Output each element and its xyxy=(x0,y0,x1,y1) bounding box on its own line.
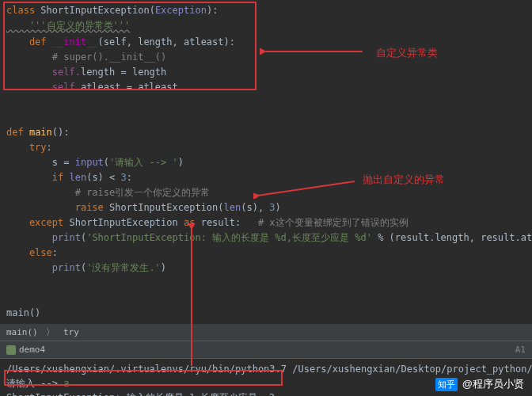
code-line: except ShortInputException as result: # … xyxy=(0,215,532,230)
code-line: print('ShortInputException: 输入的长度是 %d,长度… xyxy=(0,230,532,246)
chevron-right-icon: 〉 xyxy=(46,327,55,337)
code-line: print('没有异常发生.') xyxy=(0,261,532,276)
code-line: try: xyxy=(0,140,532,155)
code-line: main() xyxy=(0,306,532,321)
annotation-box-output xyxy=(4,370,283,386)
code-editor[interactable]: class ShortInputException(Exception): ''… xyxy=(0,0,532,324)
annotation-label: 抛出自定义的异常 xyxy=(363,173,445,187)
code-line: # raise引发一个你定义的异常 xyxy=(0,185,532,200)
breadcrumb[interactable]: main() 〉 try xyxy=(0,324,532,341)
console-line: ShortInputException: 输入的长度是 1,长度至少应是 3 xyxy=(6,390,526,396)
code-line: class ShortInputException(Exception): xyxy=(0,3,532,18)
annotation-label: 自定义异常类 xyxy=(376,46,438,60)
code-line: def __init__(self, length, atleast): xyxy=(0,35,532,50)
code-line: '''自定义的异常类''' xyxy=(0,18,532,33)
breadcrumb-item[interactable]: main() xyxy=(6,327,38,337)
watermark-text: @程序员小贤 xyxy=(462,378,524,390)
code-line: self.atleast = atleast xyxy=(0,80,532,95)
code-line xyxy=(0,276,532,291)
code-line: if len(s) < 3: xyxy=(0,170,532,185)
code-line: def main(): xyxy=(0,125,532,140)
column-marker: A1 xyxy=(515,345,526,355)
watermark: 知乎 @程序员小贤 xyxy=(435,377,524,391)
code-line: else: xyxy=(0,246,532,261)
run-tab[interactable]: demo4 A1 xyxy=(0,341,532,358)
breadcrumb-item[interactable]: try xyxy=(63,327,79,337)
zhihu-logo-icon: 知乎 xyxy=(435,378,458,391)
code-line xyxy=(0,110,532,125)
code-line: self.length = length xyxy=(0,65,532,80)
code-line xyxy=(0,95,532,110)
run-tab-label: demo4 xyxy=(19,345,45,355)
code-line xyxy=(0,291,532,306)
code-line: raise ShortInputException(len(s), 3) xyxy=(0,200,532,215)
code-line: s = input('请输入 --> ') xyxy=(0,155,532,170)
code-line: # super().__init__() xyxy=(0,50,532,65)
python-file-icon xyxy=(6,345,16,355)
